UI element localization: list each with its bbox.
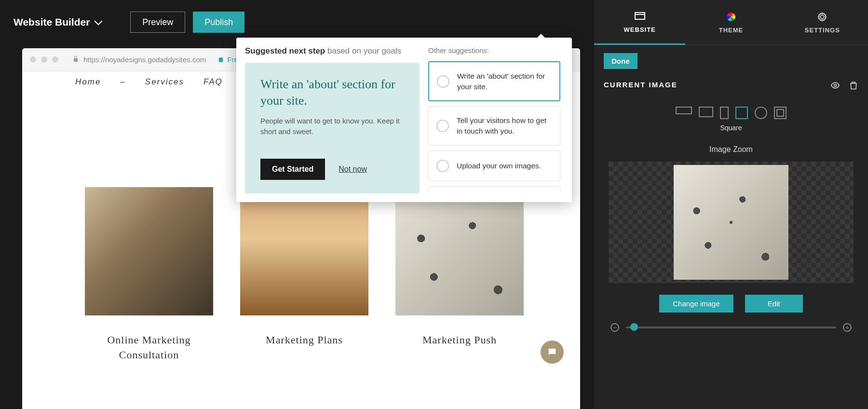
tab-website[interactable]: WEBSITE xyxy=(594,0,685,45)
shape-inset[interactable] xyxy=(774,107,787,119)
publish-button[interactable]: Publish xyxy=(193,12,244,33)
popup-heading: Suggested next step based on your goals xyxy=(245,46,420,56)
edit-button[interactable]: Edit xyxy=(745,295,803,313)
zoom-label: Image Zoom xyxy=(604,145,858,154)
panel-tabs: WEBSITE THEME SETTINGS xyxy=(594,0,868,45)
shape-portrait[interactable] xyxy=(720,107,729,119)
card-title: Marketing Push xyxy=(395,333,524,348)
primary-suggestion: Write an 'about' section for your site. … xyxy=(245,63,420,193)
chat-fab[interactable] xyxy=(541,341,564,364)
section-title: CURRENT IMAGE xyxy=(604,81,678,89)
nav-home[interactable]: Home xyxy=(75,77,101,87)
suggestion-title: Write an 'about' section for your site. xyxy=(260,76,404,109)
lock-icon xyxy=(73,55,79,64)
card-image xyxy=(240,187,368,315)
window-dot xyxy=(41,56,47,63)
suggestion-item[interactable] xyxy=(428,186,560,192)
window-dot xyxy=(52,56,58,63)
card-image xyxy=(85,187,213,315)
zoom-slider[interactable]: − + xyxy=(610,323,852,332)
card-title: Marketing Plans xyxy=(240,333,368,348)
card-row: Online Marketing Consultation Marketing … xyxy=(22,187,580,363)
done-button[interactable]: Done xyxy=(604,53,637,69)
nav-services[interactable]: Services xyxy=(145,77,184,87)
suggestion-item[interactable]: Tell your visitors how to get in touch w… xyxy=(428,106,560,145)
brand-dropdown[interactable]: Website Builder xyxy=(14,16,101,28)
theme-icon xyxy=(727,13,735,21)
tab-settings[interactable]: SETTINGS xyxy=(777,0,868,45)
service-card[interactable]: Marketing Plans xyxy=(240,187,368,363)
right-panel: WEBSITE THEME SETTINGS Done CURRENT IMAG… xyxy=(594,0,868,409)
website-icon xyxy=(634,11,646,22)
radio-icon xyxy=(436,120,449,132)
slider-track[interactable] xyxy=(626,327,836,328)
suggestion-body: People will want to get to know you. Kee… xyxy=(260,116,404,137)
nav-separator: – xyxy=(120,77,125,87)
zoom-image xyxy=(674,165,788,280)
zoom-preview[interactable] xyxy=(609,162,854,283)
radio-icon xyxy=(437,75,449,88)
svg-rect-0 xyxy=(635,13,645,19)
window-dot xyxy=(30,56,36,63)
shape-landscape[interactable] xyxy=(699,107,713,117)
shape-wide[interactable] xyxy=(676,107,692,114)
chevron-down-icon xyxy=(95,17,103,26)
suggestion-item[interactable]: Write an 'about' section for your site. xyxy=(428,61,560,101)
suggestion-item[interactable]: Upload your own images. xyxy=(428,150,560,181)
shape-circle[interactable] xyxy=(755,107,767,119)
card-title: Online Marketing Consultation xyxy=(85,333,213,363)
zoom-in-icon[interactable]: + xyxy=(843,323,852,332)
shape-square[interactable] xyxy=(735,107,748,119)
suggestion-list[interactable]: Write an 'about' section for your site. … xyxy=(428,61,563,192)
change-image-button[interactable]: Change image xyxy=(659,295,733,313)
not-now-link[interactable]: Not now xyxy=(339,165,367,174)
svg-point-2 xyxy=(834,84,837,87)
gear-icon xyxy=(816,11,828,23)
other-suggestions-label: Other suggestions: xyxy=(428,46,563,55)
brand-label: Website Builder xyxy=(14,16,90,28)
preview-button[interactable]: Preview xyxy=(130,12,185,33)
chat-icon xyxy=(547,347,557,357)
url-display: https://noyadesigns.godaddysites.com xyxy=(83,55,206,64)
slider-thumb[interactable] xyxy=(630,323,638,331)
trash-icon[interactable] xyxy=(849,81,858,90)
card-image xyxy=(395,187,524,315)
tab-theme[interactable]: THEME xyxy=(685,0,776,45)
zoom-out-icon[interactable]: − xyxy=(610,323,619,332)
service-card[interactable]: Marketing Push xyxy=(395,187,524,363)
get-started-button[interactable]: Get Started xyxy=(260,159,325,180)
gift-icon xyxy=(217,56,224,63)
shape-label: Square xyxy=(604,124,858,132)
next-steps-popup: Suggested next step based on your goals … xyxy=(236,38,572,202)
crop-shapes xyxy=(604,107,858,119)
nav-faq[interactable]: FAQ xyxy=(203,77,223,87)
radio-icon xyxy=(436,160,449,172)
service-card[interactable]: Online Marketing Consultation xyxy=(85,187,213,363)
visibility-icon[interactable] xyxy=(830,81,840,90)
